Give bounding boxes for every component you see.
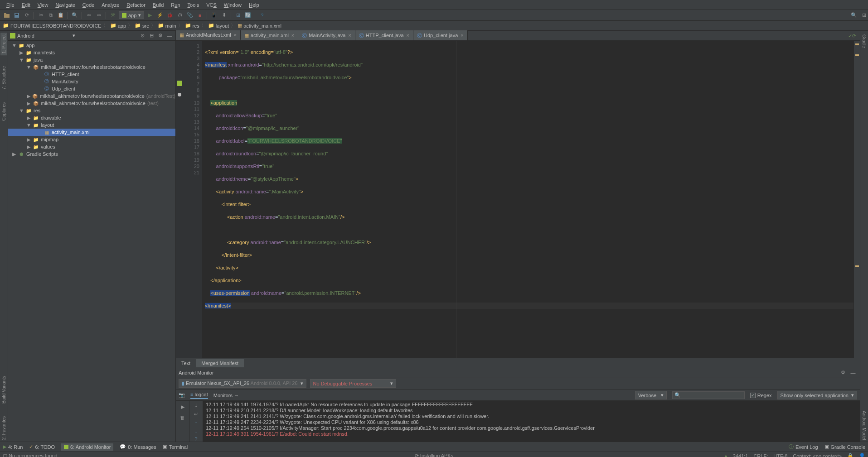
tree-values[interactable]: ▶📁values: [8, 143, 175, 150]
tree-gradle-scripts[interactable]: ▶⬢Gradle Scripts: [8, 150, 175, 158]
bc-app[interactable]: 📁app: [110, 23, 126, 29]
gear-icon[interactable]: ⚙: [839, 369, 847, 377]
tree-pkg-unittest[interactable]: ▶📦mikhail_akhmetov.fourwheelsrobotandroi…: [8, 100, 175, 107]
tab-favorites[interactable]: 2: Favorites: [0, 414, 7, 442]
help-icon[interactable]: ?: [258, 11, 266, 19]
apply-changes-icon[interactable]: ⚡: [156, 11, 164, 19]
bottom-todo[interactable]: ✓6: TODO: [29, 444, 55, 450]
tree-java[interactable]: ▼📁java: [8, 56, 175, 63]
sync-icon[interactable]: ⟳: [23, 11, 31, 19]
run-config-selector[interactable]: app ▾: [119, 11, 144, 19]
paste-icon[interactable]: 📋: [57, 11, 65, 19]
menu-vcs[interactable]: VCS: [203, 1, 220, 9]
file-encoding[interactable]: UTF-8: [773, 453, 787, 457]
clear-icon[interactable]: 🗑: [179, 414, 187, 422]
tab-build-variants[interactable]: Build Variants: [0, 374, 7, 405]
debug-icon[interactable]: 🐞: [166, 11, 174, 19]
soft-wrap-icon[interactable]: ↵: [192, 411, 200, 417]
bc-main[interactable]: 📁main: [158, 23, 176, 29]
menu-window[interactable]: Window: [220, 1, 245, 9]
editor-marker-bar[interactable]: [853, 41, 860, 358]
attach-icon[interactable]: 📎: [186, 11, 194, 19]
monitors-tab[interactable]: Monitors →: [213, 393, 239, 398]
tree-udp[interactable]: ⒸUdp_client: [8, 85, 175, 92]
menu-edit[interactable]: Edit: [18, 1, 34, 9]
bottom-event-log[interactable]: ⓘEvent Log: [789, 443, 818, 450]
menu-navigate[interactable]: Navigate: [52, 1, 78, 9]
sync-gradle-icon[interactable]: 🔄: [244, 11, 252, 19]
process-selector[interactable]: No Debuggable Processes ▾: [310, 379, 396, 388]
close-icon[interactable]: ×: [234, 32, 237, 38]
cut-icon[interactable]: ✂: [37, 11, 45, 19]
circle-gutter-icon[interactable]: [177, 92, 182, 97]
tree-drawable[interactable]: ▶📁drawable: [8, 114, 175, 121]
menu-tools[interactable]: Tools: [184, 1, 203, 9]
collapse-icon[interactable]: ⊟: [147, 32, 155, 40]
bc-src[interactable]: 📁src: [135, 23, 149, 29]
tab-captures[interactable]: Captures: [0, 101, 7, 123]
tab-mainactivity[interactable]: ⒸMainActivity.java×: [298, 30, 355, 40]
hide-icon[interactable]: —: [165, 32, 174, 40]
tab-manifest[interactable]: ▦AndroidManifest.xml×: [176, 30, 241, 40]
menu-code[interactable]: Code: [79, 1, 98, 9]
log-search-input[interactable]: 🔍: [672, 391, 745, 399]
settings-icon[interactable]: ⊞: [860, 11, 868, 19]
scroll-from-source-icon[interactable]: ⊙: [138, 32, 146, 40]
android-gutter-icon[interactable]: [177, 81, 182, 86]
scroll-end-icon[interactable]: ⤓: [192, 403, 200, 409]
sub-tab-text[interactable]: Text: [176, 359, 196, 367]
tree-mipmap[interactable]: ▶📁mipmap: [8, 136, 175, 143]
tree-manifests[interactable]: ▶📁manifests: [8, 49, 175, 56]
close-icon[interactable]: ×: [348, 33, 351, 38]
tab-gradle[interactable]: Gradle: [861, 33, 868, 50]
run-icon[interactable]: ▶: [146, 11, 154, 19]
menu-view[interactable]: View: [34, 1, 52, 9]
close-icon[interactable]: ×: [461, 33, 463, 38]
bc-layout[interactable]: 📁layout: [208, 23, 229, 29]
tree-app[interactable]: ▼📁app: [8, 42, 175, 49]
tree-pkg-main[interactable]: ▼📦mikhail_akhmetov.fourwheelsrobotandroi…: [8, 63, 175, 71]
settings-gear-icon[interactable]: ⚙: [156, 32, 165, 40]
regex-checkbox[interactable]: ✓Regex: [750, 393, 772, 398]
tab-android-model[interactable]: Android Model: [861, 409, 868, 442]
menu-analyze[interactable]: Analyze: [98, 1, 123, 9]
hide-icon[interactable]: —: [849, 369, 857, 377]
tab-structure[interactable]: 7: Structure: [0, 64, 7, 91]
menu-run[interactable]: Run: [167, 1, 184, 9]
menu-help[interactable]: Help: [245, 1, 263, 9]
device-selector[interactable]: ▮ Emulator Nexus_5X_API_26 Android 8.0.0…: [179, 379, 306, 388]
bottom-terminal[interactable]: ▣Terminal: [163, 444, 188, 450]
line-separator[interactable]: CRLF:: [753, 453, 768, 457]
project-view-selector[interactable]: Android: [17, 33, 34, 38]
context-info[interactable]: Context: <no context>: [793, 453, 842, 457]
tab-http-client[interactable]: ⒸHTTP_client.java×: [355, 30, 413, 40]
tree-mainactivity[interactable]: ⒸMainActivity: [8, 78, 175, 85]
bottom-monitor[interactable]: 6: Android Monitor: [61, 443, 113, 451]
forward-icon[interactable]: ⇨: [95, 11, 103, 19]
filter-selector[interactable]: Show only selected application▾: [777, 391, 857, 399]
bottom-messages[interactable]: 💬0: Messages: [120, 444, 156, 450]
find-icon[interactable]: 🔍: [71, 11, 79, 19]
code-editor[interactable]: <?xml version="1.0" encoding="utf-8"?> <…: [202, 41, 853, 358]
copy-icon[interactable]: ⧉: [47, 11, 55, 19]
record-icon[interactable]: ▶: [179, 403, 187, 411]
tree-pkg-androidtest[interactable]: ▶📦mikhail_akhmetov.fourwheelsrobotandroi…: [8, 92, 175, 100]
close-icon[interactable]: ×: [291, 33, 294, 38]
bottom-gradle-console[interactable]: ▣Gradle Console: [824, 444, 865, 450]
bc-res[interactable]: 📁res: [185, 23, 199, 29]
tree-http[interactable]: ⒸHTTP_client: [8, 71, 175, 78]
inspector-icon[interactable]: 👤: [859, 453, 865, 457]
bc-file[interactable]: ▦activity_main.xml: [238, 23, 281, 29]
project-tree[interactable]: ▼📁app ▶📁manifests ▼📁java ▼📦mikhail_akhme…: [8, 41, 175, 442]
tab-activity-main[interactable]: ▦activity_main.xml×: [241, 30, 298, 40]
search-everywhere-icon[interactable]: 🔍: [850, 11, 858, 19]
log-output[interactable]: 12-11 17:19:49.141 1974-1974/? I/LoadedA…: [203, 401, 860, 442]
tab-project[interactable]: 1: Project: [0, 33, 7, 55]
close-icon[interactable]: ×: [407, 33, 409, 38]
avd-icon[interactable]: 📱: [210, 11, 218, 19]
tree-layout[interactable]: ▼📁layout: [8, 121, 175, 129]
back-icon[interactable]: ⇦: [85, 11, 93, 19]
menu-file[interactable]: File: [3, 1, 18, 9]
down-icon[interactable]: ↓: [192, 428, 200, 433]
lock-icon[interactable]: 🔒: [847, 453, 853, 457]
